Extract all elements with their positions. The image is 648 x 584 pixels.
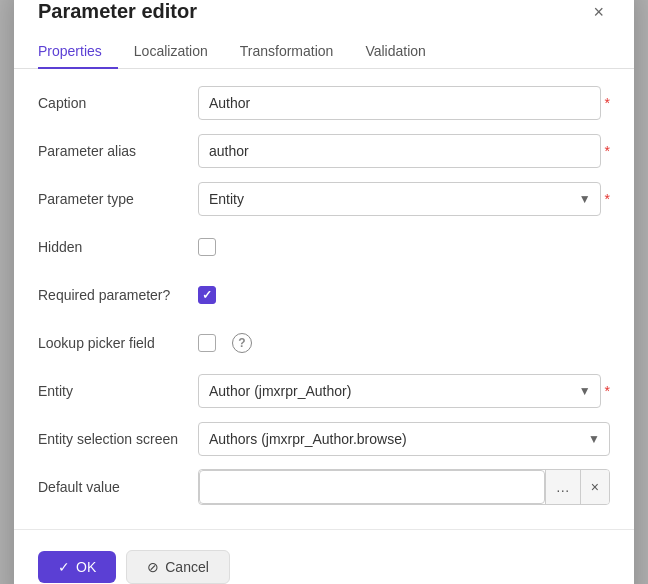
entity-screen-select[interactable]: Authors (jmxrpr_Author.browse) Books (jm… xyxy=(198,422,610,456)
entity-screen-row: Entity selection screen Authors (jmxrpr_… xyxy=(38,421,610,457)
entity-row: Entity Author (jmxrpr_Author) Book (jmxr… xyxy=(38,373,610,409)
caption-input[interactable] xyxy=(198,86,601,120)
required-control xyxy=(198,286,610,304)
caption-required-star: * xyxy=(605,95,610,111)
parameter-type-label: Parameter type xyxy=(38,191,198,207)
close-button[interactable]: × xyxy=(587,1,610,23)
entity-required-star: * xyxy=(605,383,610,399)
required-row: Required parameter? xyxy=(38,277,610,313)
footer-divider xyxy=(14,529,634,530)
lookup-help-icon[interactable]: ? xyxy=(232,333,252,353)
default-value-dots-button[interactable]: … xyxy=(545,470,580,504)
lookup-row: Lookup picker field ? xyxy=(38,325,610,361)
type-required-star: * xyxy=(605,191,610,207)
lookup-checkbox-wrap: ? xyxy=(198,333,252,353)
parameter-type-select[interactable]: Entity String Integer Boolean Date xyxy=(198,182,601,216)
caption-row: Caption * xyxy=(38,85,610,121)
alias-required-star: * xyxy=(605,143,610,159)
tab-properties[interactable]: Properties xyxy=(38,35,118,69)
default-value-label: Default value xyxy=(38,479,198,495)
form-body: Caption * Parameter alias * Parameter ty… xyxy=(14,69,634,529)
required-checkbox-wrap xyxy=(198,286,216,304)
default-value-clear-button[interactable]: × xyxy=(580,470,609,504)
caption-control: * xyxy=(198,86,610,120)
parameter-type-select-wrap: Entity String Integer Boolean Date ▼ xyxy=(198,182,601,216)
entity-label: Entity xyxy=(38,383,198,399)
cancel-icon: ⊘ xyxy=(147,559,159,575)
hidden-control xyxy=(198,238,610,256)
entity-screen-select-wrap: Authors (jmxrpr_Author.browse) Books (jm… xyxy=(198,422,610,456)
tab-transformation[interactable]: Transformation xyxy=(224,35,350,69)
caption-label: Caption xyxy=(38,95,198,111)
parameter-alias-row: Parameter alias * xyxy=(38,133,610,169)
ok-button[interactable]: ✓ OK xyxy=(38,551,116,583)
tab-validation[interactable]: Validation xyxy=(349,35,441,69)
tab-bar: Properties Localization Transformation V… xyxy=(14,23,634,69)
parameter-alias-input[interactable] xyxy=(198,134,601,168)
default-value-field-wrap: … × xyxy=(198,469,610,505)
tab-localization[interactable]: Localization xyxy=(118,35,224,69)
parameter-type-row: Parameter type Entity String Integer Boo… xyxy=(38,181,610,217)
hidden-label: Hidden xyxy=(38,239,198,255)
default-value-row: Default value … × xyxy=(38,469,610,505)
parameter-alias-control: * xyxy=(198,134,610,168)
lookup-checkbox[interactable] xyxy=(198,334,216,352)
dialog-title: Parameter editor xyxy=(38,0,197,23)
cancel-label: Cancel xyxy=(165,559,209,575)
dialog-footer: ✓ OK ⊘ Cancel xyxy=(14,538,634,584)
entity-screen-control: Authors (jmxrpr_Author.browse) Books (jm… xyxy=(198,422,610,456)
parameter-type-control: Entity String Integer Boolean Date ▼ * xyxy=(198,182,610,216)
default-value-control: … × xyxy=(198,469,610,505)
required-checkbox[interactable] xyxy=(198,286,216,304)
cancel-button[interactable]: ⊘ Cancel xyxy=(126,550,230,584)
ok-icon: ✓ xyxy=(58,559,70,575)
parameter-editor-dialog: Parameter editor × Properties Localizati… xyxy=(14,0,634,584)
lookup-control: ? xyxy=(198,333,610,353)
ok-label: OK xyxy=(76,559,96,575)
parameter-alias-label: Parameter alias xyxy=(38,143,198,159)
entity-select-wrap: Author (jmxrpr_Author) Book (jmxrpr_Book… xyxy=(198,374,601,408)
hidden-checkbox[interactable] xyxy=(198,238,216,256)
default-value-input[interactable] xyxy=(199,470,545,504)
dialog-header: Parameter editor × xyxy=(14,0,634,23)
hidden-row: Hidden xyxy=(38,229,610,265)
entity-select[interactable]: Author (jmxrpr_Author) Book (jmxrpr_Book… xyxy=(198,374,601,408)
hidden-checkbox-wrap xyxy=(198,238,216,256)
entity-control: Author (jmxrpr_Author) Book (jmxrpr_Book… xyxy=(198,374,610,408)
required-label: Required parameter? xyxy=(38,287,198,303)
entity-screen-label: Entity selection screen xyxy=(38,431,198,447)
lookup-label: Lookup picker field xyxy=(38,335,198,351)
